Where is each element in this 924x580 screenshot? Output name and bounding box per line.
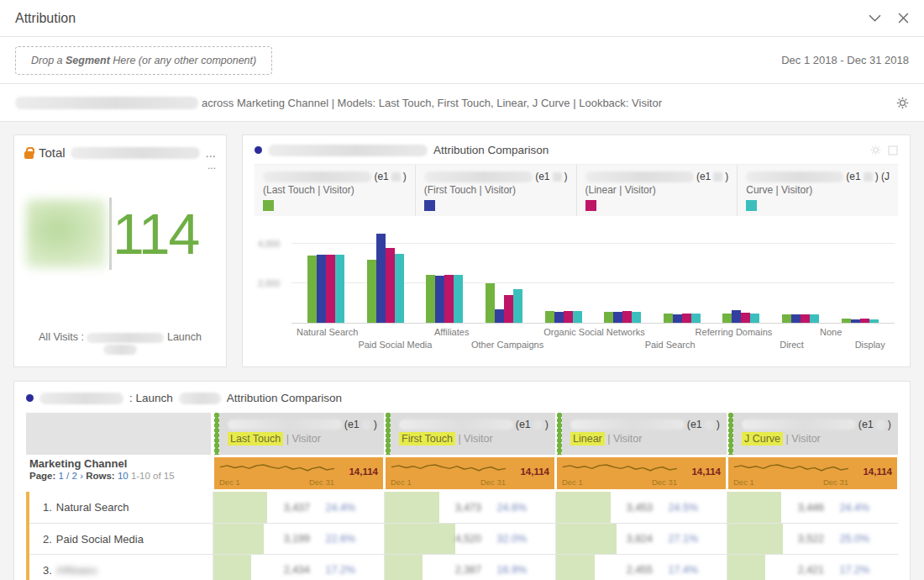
bar[interactable] [486,283,495,323]
bar[interactable] [613,312,622,323]
drag-handle[interactable] [386,413,391,455]
bar-group[interactable] [830,224,890,323]
row-label[interactable]: 1.Natural Search [26,492,213,523]
summary-label: Total [39,145,66,160]
column-header-first-touch[interactable]: (e1) First Touch | Visitor [384,413,555,455]
trend-cell[interactable]: Dec 1 Dec 31 14,114 [384,455,555,492]
bar[interactable] [741,313,750,323]
table-cell[interactable]: 2,43417.2% [213,555,384,580]
column-header-linear[interactable]: (e1) Linear | Visitor [555,413,727,455]
table-cell[interactable]: 3,19922.6% [213,524,384,554]
trend-cell[interactable]: Dec 1 Dec 31 14,114 [555,455,727,492]
row-label[interactable]: 2.Paid Social Media [26,524,213,554]
bar[interactable] [860,319,869,323]
dimension-header: Marketing Channel Page: 1 / 2 › Rows: 10… [26,455,213,492]
bar-group[interactable] [415,224,475,323]
cell-value: 3,824 [627,533,653,545]
bar[interactable] [682,314,691,323]
table-cell[interactable]: 2,42117.2% [727,555,898,580]
bar[interactable] [732,310,741,323]
row-label[interactable]: 3.Affiliates [26,555,213,580]
date-range[interactable]: Dec 1 2018 - Dec 31 2018 [781,54,909,66]
segment-drop-zone[interactable]: Drop a Segment Here (or any other compon… [15,46,272,75]
bar[interactable] [810,314,819,323]
legend-item[interactable]: (e1) (First Touch | Visitor) [415,165,576,216]
panel-titlebar: Attribution [0,0,924,37]
settings-gear-icon[interactable] [896,97,909,109]
table-cell[interactable]: 3,44624.4% [727,492,898,523]
page-links[interactable]: 1 / 2 [59,471,77,481]
bar[interactable] [317,255,326,323]
bar-group[interactable] [475,224,534,323]
bar[interactable] [564,311,573,323]
bar[interactable] [395,254,404,323]
bar[interactable] [426,275,435,323]
bar[interactable] [691,314,701,323]
table-cell[interactable]: 3,45324.5% [555,492,727,523]
column-header-last-touch[interactable]: (e1) Last Touch | Visitor [213,413,384,455]
bar-group[interactable] [533,224,593,323]
bar[interactable] [664,314,673,323]
table-cell[interactable]: 3,47324.6% [384,492,555,523]
bar[interactable] [307,256,317,323]
bar[interactable] [622,311,632,323]
bar[interactable] [722,314,732,323]
bar[interactable] [386,248,395,323]
bar[interactable] [376,234,386,323]
bar[interactable] [791,314,801,323]
next-page-chevron[interactable]: › [80,471,83,481]
bar[interactable] [554,312,564,323]
table-cell[interactable]: 3,52225.0% [727,524,898,554]
bar[interactable] [851,319,860,323]
bar[interactable] [604,312,613,323]
bar[interactable] [573,311,582,323]
drag-handle[interactable] [557,413,562,455]
bar[interactable] [495,309,504,323]
drag-handle[interactable] [728,413,733,455]
bar[interactable] [444,275,454,323]
bar[interactable] [869,319,879,323]
legend-item[interactable]: (e1) (Linear | Visitor) [576,165,738,216]
legend-label: (Linear | Visitor) [585,184,729,196]
table-cell[interactable]: 3,82427.1% [555,524,727,554]
trend-cell[interactable]: Dec 1 Dec 31 14,114 [727,455,898,492]
chart-export-icon[interactable] [888,145,898,156]
bar-group[interactable] [771,224,831,323]
bar[interactable] [632,312,641,323]
bar[interactable] [801,314,810,323]
bar[interactable] [367,260,376,323]
trend-cell[interactable]: Dec 1 Dec 31 14,114 [213,455,384,492]
bar-group[interactable] [593,224,653,323]
bar-group[interactable] [297,224,356,323]
table-cell[interactable]: 3,43724.4% [213,492,384,523]
bar[interactable] [513,289,522,323]
bar[interactable] [326,255,335,323]
bar[interactable] [454,275,463,323]
collapse-chevron-icon[interactable] [869,14,881,22]
column-header-j-curve[interactable]: (e1) J Curve | Visitor [727,413,898,455]
bar[interactable] [782,314,791,323]
table-row: 2.Paid Social Media 3,19922.6% 4,52032.0… [26,523,898,554]
close-icon[interactable] [898,13,909,24]
drag-handle[interactable] [214,413,219,455]
bar[interactable] [750,314,759,323]
redacted-metric-name [424,171,533,182]
table-cell[interactable]: 4,52032.0% [384,524,555,554]
bar[interactable] [545,311,554,324]
bar-group[interactable] [711,224,771,323]
bar[interactable] [842,319,851,323]
chart-gear-icon[interactable] [870,145,881,156]
bar[interactable] [673,314,682,323]
bar-group[interactable] [653,224,712,323]
bar-group[interactable] [356,224,416,323]
legend-item[interactable]: (e1) (Last Touch | Visitor) [255,165,415,216]
bar[interactable] [335,255,344,323]
table-cell[interactable]: 2,38716.9% [384,555,555,580]
legend-swatch [585,200,596,211]
legend-item[interactable]: (e1) (J Curve | Visitor) [737,165,898,216]
rows-per-page[interactable]: 10 [118,471,129,481]
redacted-text [103,345,137,355]
table-cell[interactable]: 2,45517.4% [555,555,727,580]
bar[interactable] [435,276,444,323]
bar[interactable] [504,295,513,323]
